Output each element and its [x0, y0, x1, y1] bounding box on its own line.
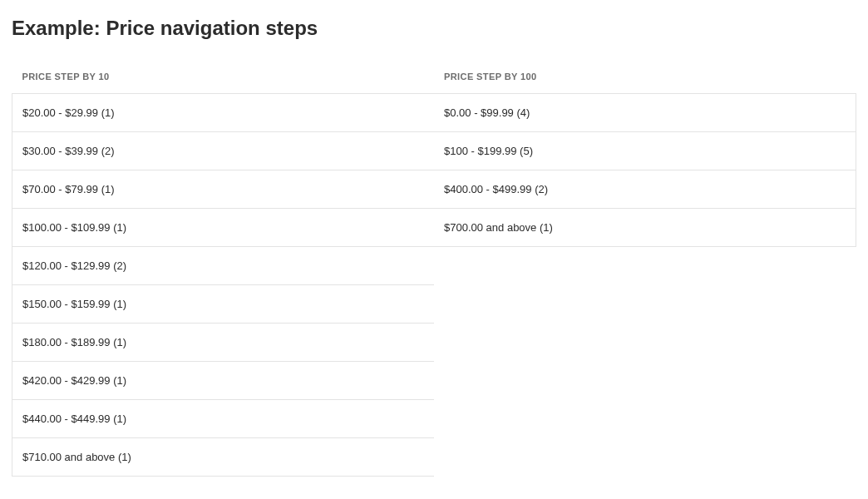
table-row: $420.00 - $429.99 (1): [12, 362, 856, 400]
price-range-cell: $0.00 - $99.99 (4): [434, 94, 856, 132]
column-header-step-100: PRICE STEP BY 100: [434, 60, 856, 94]
table-row: $180.00 - $189.99 (1): [12, 324, 856, 362]
column-header-step-10: PRICE STEP BY 10: [12, 60, 435, 94]
table-row: $150.00 - $159.99 (1): [12, 285, 856, 324]
empty-cell: [434, 285, 856, 324]
price-range-cell: $420.00 - $429.99 (1): [12, 362, 435, 400]
price-range-cell: $30.00 - $39.99 (2): [12, 132, 435, 170]
price-range-cell: $710.00 and above (1): [12, 438, 435, 477]
price-navigation-table: PRICE STEP BY 10 PRICE STEP BY 100 $20.0…: [12, 60, 856, 477]
table-row: $100.00 - $109.99 (1) $700.00 and above …: [12, 209, 856, 247]
price-range-cell: $20.00 - $29.99 (1): [12, 94, 435, 132]
table-row: $30.00 - $39.99 (2) $100 - $199.99 (5): [12, 132, 856, 170]
price-range-cell: $100 - $199.99 (5): [434, 132, 856, 170]
table-row: $20.00 - $29.99 (1) $0.00 - $99.99 (4): [12, 94, 856, 132]
price-range-cell: $100.00 - $109.99 (1): [12, 209, 435, 247]
price-range-cell: $150.00 - $159.99 (1): [12, 285, 435, 324]
price-range-cell: $700.00 and above (1): [434, 209, 856, 247]
empty-cell: [434, 362, 856, 400]
empty-cell: [434, 247, 856, 285]
price-range-cell: $70.00 - $79.99 (1): [12, 170, 435, 209]
table-row: $440.00 - $449.99 (1): [12, 400, 856, 438]
empty-cell: [434, 400, 856, 438]
price-range-cell: $180.00 - $189.99 (1): [12, 324, 435, 362]
price-range-cell: $440.00 - $449.99 (1): [12, 400, 435, 438]
price-range-cell: $120.00 - $129.99 (2): [12, 247, 435, 285]
page-title: Example: Price navigation steps: [12, 17, 856, 40]
empty-cell: [434, 438, 856, 477]
table-row: $120.00 - $129.99 (2): [12, 247, 856, 285]
empty-cell: [434, 324, 856, 362]
price-range-cell: $400.00 - $499.99 (2): [434, 170, 856, 209]
table-row: $70.00 - $79.99 (1) $400.00 - $499.99 (2…: [12, 170, 856, 209]
table-row: $710.00 and above (1): [12, 438, 856, 477]
